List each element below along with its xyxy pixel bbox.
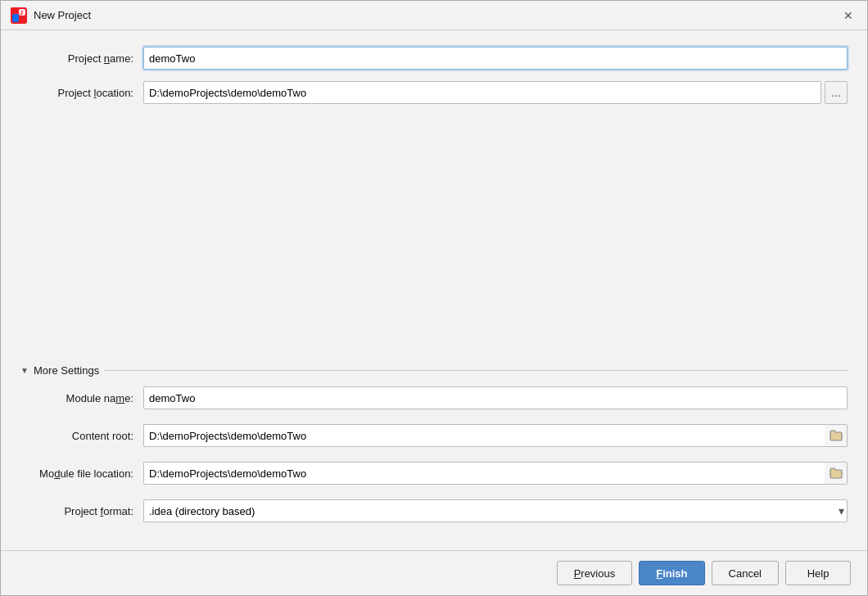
svg-text:J: J (20, 10, 23, 16)
more-settings-section: ▼ More Settings Module name: Content roo… (20, 356, 848, 534)
svg-rect-2 (12, 14, 19, 22)
project-format-label: Project format: (20, 505, 143, 517)
dialog-content: Project name: Project location: ... ▼ Mo… (1, 30, 867, 550)
project-name-input[interactable] (143, 47, 848, 70)
close-button[interactable]: ✕ (839, 7, 857, 25)
content-root-browse-button[interactable] (825, 424, 848, 447)
help-label: Help (807, 567, 830, 580)
module-file-location-row: Module file location: (20, 462, 848, 485)
module-name-label: Module name: (20, 392, 143, 404)
project-format-row: Project format: .idea (directory based) … (20, 499, 848, 522)
project-format-select[interactable]: .idea (directory based) .ipr (file based… (143, 499, 848, 522)
cancel-label: Cancel (729, 567, 762, 580)
content-root-input[interactable] (143, 424, 825, 447)
project-location-label: Project location: (20, 87, 143, 99)
new-project-dialog: J New Project ✕ Project name: Project lo… (0, 0, 868, 596)
project-name-label: Project name: (20, 52, 143, 65)
project-name-row: Project name: (20, 47, 848, 70)
title-bar: J New Project ✕ (1, 1, 867, 30)
project-location-row: Project location: ... (20, 81, 848, 104)
module-name-input[interactable] (143, 386, 848, 409)
project-location-input[interactable] (143, 81, 821, 104)
dialog-title: New Project (34, 9, 91, 21)
cancel-button[interactable]: Cancel (712, 561, 779, 585)
module-file-location-browse-button[interactable] (825, 462, 848, 485)
finish-button[interactable]: Finish (639, 561, 704, 585)
module-file-location-input[interactable] (143, 462, 825, 485)
more-settings-header: ▼ More Settings (20, 356, 848, 377)
content-root-label: Content root: (20, 430, 143, 442)
project-location-field-wrapper: ... (143, 81, 848, 104)
previous-button[interactable]: Previous (557, 561, 633, 585)
content-root-row: Content root: (20, 424, 848, 447)
help-button[interactable]: Help (785, 561, 851, 585)
app-icon: J (11, 7, 27, 24)
more-settings-toggle-icon[interactable]: ▼ (20, 367, 29, 375)
module-file-location-label: Module file location: (20, 467, 143, 480)
content-root-field-wrapper (143, 424, 848, 447)
project-location-browse-button[interactable]: ... (825, 81, 848, 104)
project-format-select-wrapper: .idea (directory based) .ipr (file based… (143, 499, 848, 522)
bottom-bar: Previous Finish Cancel Help (1, 550, 867, 595)
title-bar-left: J New Project (11, 7, 91, 24)
more-settings-content: Module name: Content root: (20, 386, 848, 534)
module-file-location-field-wrapper (143, 462, 848, 485)
more-settings-label: More Settings (34, 364, 99, 377)
module-name-row: Module name: (20, 386, 848, 409)
content-spacer (20, 115, 848, 356)
